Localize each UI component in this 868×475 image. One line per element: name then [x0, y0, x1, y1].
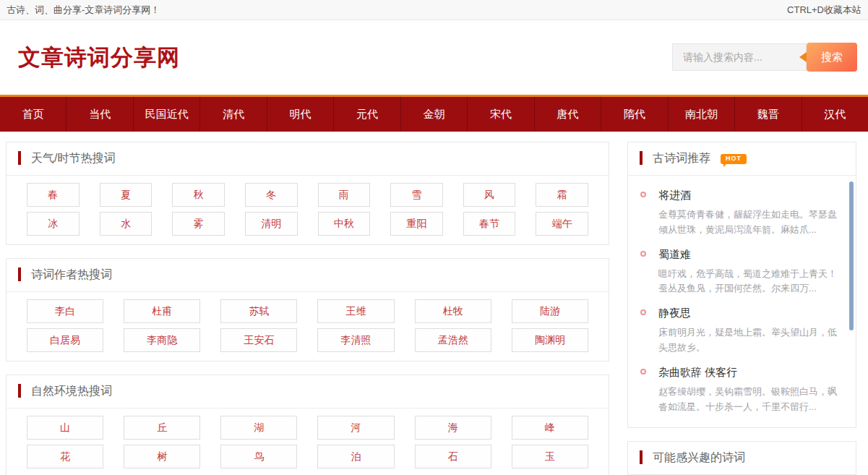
section-header: 自然环境热搜词 — [7, 375, 609, 408]
hot-search-tag[interactable]: 冬 — [245, 183, 298, 207]
hot-search-tag[interactable]: 水 — [100, 212, 152, 236]
hot-search-tag[interactable]: 白居易 — [27, 328, 103, 352]
section-title: 自然环境热搜词 — [31, 384, 112, 399]
ring-bullet-icon — [640, 251, 646, 257]
hot-search-tag[interactable]: 鸟 — [220, 445, 297, 468]
poem-title: 静夜思 — [658, 307, 837, 320]
hot-search-tag[interactable]: 李白 — [27, 299, 103, 323]
section-accent-bar — [18, 384, 21, 398]
hot-search-tag[interactable]: 王安石 — [220, 328, 297, 352]
header: 文章诗词分享网 搜索 — [0, 20, 868, 95]
nav-item[interactable]: 当代 — [66, 97, 133, 132]
hot-search-tag[interactable]: 秋 — [172, 183, 225, 207]
hot-search-tag[interactable]: 李清照 — [317, 328, 394, 352]
hot-search-tag[interactable]: 重阳 — [390, 212, 443, 236]
recommend-header: 古诗词推荐 HOT — [628, 142, 856, 176]
hot-search-tag[interactable]: 海 — [415, 416, 491, 440]
nav-item[interactable]: 明代 — [267, 97, 334, 132]
hot-search-tag[interactable]: 丘 — [124, 416, 200, 440]
nav-item[interactable]: 唐代 — [535, 97, 601, 132]
hot-badge: HOT — [721, 154, 747, 164]
nav-item[interactable]: 南北朝 — [669, 97, 735, 132]
hot-search-section: 自然环境热搜词 山丘湖河海峰花树鸟泊石玉 — [6, 375, 609, 475]
hot-search-tag[interactable]: 霜 — [536, 183, 588, 207]
poem-excerpt: 床前明月光，疑是地上霜。举头望山月，低头思故乡。 — [658, 325, 837, 356]
poem-title: 蜀道难 — [658, 248, 837, 262]
poem-recommend-panel: 古诗词推荐 HOT 将进酒 金尊莫倚青春健，龌龊浮生如走电。琴瑟盘倾从世珠，黄泥… — [627, 142, 856, 428]
section-accent-bar — [18, 151, 21, 165]
hot-search-tag[interactable]: 王维 — [317, 299, 394, 323]
poem-list-item[interactable]: 静夜思 床前明月光，疑是地上霜。举头望山月，低头思故乡。 — [640, 307, 837, 356]
hot-search-tag[interactable]: 夏 — [100, 183, 152, 207]
tag-grid: 李白杜甫苏轼王维杜牧陆游白居易李商隐王安石李清照孟浩然陶渊明 — [7, 292, 609, 361]
hot-search-tag[interactable]: 雨 — [318, 183, 371, 207]
interest-header: 可能感兴趣的诗词 — [628, 442, 856, 475]
recommend-list: 将进酒 金尊莫倚青春健，龌龊浮生如走电。琴瑟盘倾从世珠，黄泥局泻流年箭。麻姑爪.… — [628, 176, 856, 427]
hot-search-tag[interactable]: 树 — [124, 445, 200, 468]
main-nav: 首页当代民国近代清代明代元代金朝宋代唐代隋代南北朝魏晋汉代 — [0, 95, 868, 132]
poem-list-item[interactable]: 将进酒 金尊莫倚青春健，龌龊浮生如走电。琴瑟盘倾从世珠，黄泥局泻流年箭。麻姑爪.… — [640, 189, 837, 238]
ring-bullet-icon — [640, 309, 646, 315]
hot-search-tag[interactable]: 杜甫 — [124, 299, 200, 323]
section-accent-bar — [640, 450, 643, 464]
nav-item[interactable]: 首页 — [0, 97, 66, 132]
poem-list-item[interactable]: 杂曲歌辞 侠客行 赵客缦胡缨，吴钩霜雪明。银鞍照白马，飒沓如流星。十步杀一人，千… — [640, 366, 837, 415]
hot-search-tag[interactable]: 陶渊明 — [512, 328, 588, 352]
hot-search-tag[interactable]: 冰 — [27, 212, 80, 236]
hot-search-tag[interactable]: 雪 — [390, 183, 443, 207]
nav-item[interactable]: 宋代 — [468, 97, 534, 132]
hot-search-tag[interactable]: 李商隐 — [124, 328, 200, 352]
poem-list-item[interactable]: 蜀道难 噫吁戏，危乎高哉，蜀道之难难于上青天！蚕丛及鱼凫，开国何茫然。尔来四万.… — [640, 248, 837, 297]
hot-search-tag[interactable]: 河 — [317, 416, 394, 440]
site-slogan: 古诗、词、曲分享-文章诗词分享网！ — [7, 4, 160, 17]
hot-search-tag[interactable]: 湖 — [220, 416, 297, 440]
hot-search-tag[interactable]: 玉 — [512, 445, 588, 468]
nav-item[interactable]: 元代 — [334, 97, 400, 132]
nav-item[interactable]: 汉代 — [802, 97, 868, 132]
nav-item[interactable]: 民国近代 — [134, 97, 200, 132]
nav-item[interactable]: 魏晋 — [735, 97, 802, 132]
section-title: 诗词作者热搜词 — [31, 268, 112, 283]
hot-search-tag[interactable]: 清明 — [245, 212, 298, 236]
section-title: 天气/时节热搜词 — [31, 151, 115, 166]
hot-search-tag[interactable]: 花 — [27, 445, 103, 468]
hot-search-tag[interactable]: 春 — [27, 183, 80, 207]
nav-item[interactable]: 隋代 — [601, 97, 668, 132]
hot-search-tag[interactable]: 陆游 — [512, 299, 588, 323]
hot-search-tag[interactable]: 石 — [415, 445, 491, 468]
recommend-title: 古诗词推荐 — [653, 151, 710, 166]
poem-excerpt: 金尊莫倚青春健，龌龊浮生如走电。琴瑟盘倾从世珠，黄泥局泻流年箭。麻姑爪... — [658, 207, 837, 238]
ring-bullet-icon — [640, 192, 646, 197]
hot-search-tag[interactable]: 山 — [27, 416, 103, 440]
poem-excerpt: 赵客缦胡缨，吴钩霜雪明。银鞍照白马，飒沓如流星。十步杀一人，千里不留行... — [658, 385, 837, 415]
scrollbar-thumb[interactable] — [849, 181, 854, 330]
hot-search-tag[interactable]: 泊 — [317, 445, 394, 468]
hot-search-tag[interactable]: 峰 — [512, 416, 588, 440]
tag-grid: 山丘湖河海峰花树鸟泊石玉 — [7, 408, 609, 475]
section-header: 天气/时节热搜词 — [7, 142, 609, 176]
poem-excerpt: 噫吁戏，危乎高哉，蜀道之难难于上青天！蚕丛及鱼凫，开国何茫然。尔来四万... — [658, 267, 837, 297]
hot-search-tag[interactable]: 孟浩然 — [415, 328, 491, 352]
hot-search-tag[interactable]: 风 — [463, 183, 516, 207]
site-logo[interactable]: 文章诗词分享网 — [18, 43, 180, 73]
hot-search-tag[interactable]: 雾 — [172, 212, 225, 236]
search-bar: 搜索 — [672, 43, 857, 72]
hot-search-tag[interactable]: 春节 — [463, 212, 516, 236]
poem-title: 杂曲歌辞 侠客行 — [658, 366, 837, 380]
search-input[interactable] — [672, 43, 807, 71]
section-accent-bar — [640, 151, 643, 165]
search-button[interactable]: 搜索 — [807, 43, 857, 72]
hot-search-tag[interactable]: 端午 — [536, 212, 588, 236]
hot-search-column: 天气/时节热搜词 春夏秋冬雨雪风霜冰水雾清明中秋重阳春节端午 诗词作者热搜词 李… — [6, 142, 609, 475]
sidebar: 古诗词推荐 HOT 将进酒 金尊莫倚青春健，龌龊浮生如走电。琴瑟盘倾从世珠，黄泥… — [627, 142, 856, 475]
bookmark-hint: CTRL+D收藏本站 — [787, 4, 861, 17]
hot-search-tag[interactable]: 苏轼 — [220, 299, 297, 323]
section-header: 诗词作者热搜词 — [7, 259, 609, 292]
hot-search-tag[interactable]: 中秋 — [318, 212, 371, 236]
interest-panel: 可能感兴趣的诗词 长恨歌 05/29 — [627, 441, 856, 475]
arrow-left-icon — [799, 52, 807, 62]
hot-search-section: 诗词作者热搜词 李白杜甫苏轼王维杜牧陆游白居易李商隐王安石李清照孟浩然陶渊明 — [6, 258, 609, 361]
nav-item[interactable]: 金朝 — [401, 97, 468, 132]
nav-item[interactable]: 清代 — [200, 97, 267, 132]
hot-search-tag[interactable]: 杜牧 — [415, 299, 491, 323]
